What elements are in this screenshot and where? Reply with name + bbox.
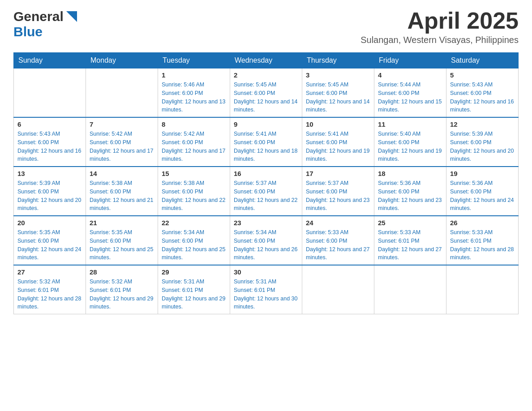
calendar-day-19: 19Sunrise: 5:36 AMSunset: 6:00 PMDayligh… [446, 167, 519, 216]
calendar-day-8: 8Sunrise: 5:42 AMSunset: 6:00 PMDaylight… [158, 117, 230, 167]
day-number: 25 [378, 219, 442, 227]
day-number: 4 [378, 71, 442, 79]
empty-day-cell [446, 265, 519, 314]
day-number: 9 [234, 120, 298, 128]
empty-day-cell [302, 265, 374, 314]
calendar-week-row: 6Sunrise: 5:43 AMSunset: 6:00 PMDaylight… [14, 117, 519, 167]
day-info: Sunrise: 5:37 AMSunset: 6:00 PMDaylight:… [306, 179, 370, 213]
day-info: Sunrise: 5:32 AMSunset: 6:01 PMDaylight:… [17, 278, 82, 311]
col-header-saturday: Saturday [446, 53, 519, 68]
day-number: 29 [162, 268, 226, 276]
day-info: Sunrise: 5:39 AMSunset: 6:00 PMDaylight:… [17, 179, 82, 213]
day-info: Sunrise: 5:43 AMSunset: 6:00 PMDaylight:… [450, 81, 515, 114]
empty-day-cell [86, 68, 158, 118]
day-number: 26 [450, 219, 515, 227]
calendar-day-28: 28Sunrise: 5:32 AMSunset: 6:01 PMDayligh… [86, 265, 158, 314]
day-info: Sunrise: 5:38 AMSunset: 6:00 PMDaylight:… [162, 179, 226, 213]
calendar-day-27: 27Sunrise: 5:32 AMSunset: 6:01 PMDayligh… [14, 265, 86, 314]
title-section: April 2025 Sulangan, Western Visayas, Ph… [360, 9, 519, 45]
day-info: Sunrise: 5:38 AMSunset: 6:00 PMDaylight:… [90, 179, 154, 213]
calendar-day-21: 21Sunrise: 5:35 AMSunset: 6:00 PMDayligh… [86, 216, 158, 265]
calendar-day-9: 9Sunrise: 5:41 AMSunset: 6:00 PMDaylight… [230, 117, 302, 167]
calendar-day-10: 10Sunrise: 5:41 AMSunset: 6:00 PMDayligh… [302, 117, 374, 167]
day-number: 3 [306, 71, 370, 79]
day-info: Sunrise: 5:31 AMSunset: 6:01 PMDaylight:… [162, 278, 226, 311]
calendar-day-30: 30Sunrise: 5:31 AMSunset: 6:01 PMDayligh… [230, 265, 302, 314]
calendar-day-26: 26Sunrise: 5:33 AMSunset: 6:01 PMDayligh… [446, 216, 519, 265]
calendar-week-row: 13Sunrise: 5:39 AMSunset: 6:00 PMDayligh… [14, 167, 519, 216]
day-info: Sunrise: 5:43 AMSunset: 6:00 PMDaylight:… [17, 130, 82, 163]
calendar-day-11: 11Sunrise: 5:40 AMSunset: 6:00 PMDayligh… [374, 117, 446, 167]
day-info: Sunrise: 5:41 AMSunset: 6:00 PMDaylight:… [306, 130, 370, 163]
day-number: 28 [90, 268, 154, 276]
col-header-tuesday: Tuesday [158, 53, 230, 68]
day-number: 2 [234, 71, 298, 79]
calendar-day-23: 23Sunrise: 5:34 AMSunset: 6:00 PMDayligh… [230, 216, 302, 265]
col-header-wednesday: Wednesday [230, 53, 302, 68]
day-number: 11 [378, 120, 442, 128]
calendar-day-22: 22Sunrise: 5:34 AMSunset: 6:00 PMDayligh… [158, 216, 230, 265]
day-info: Sunrise: 5:34 AMSunset: 6:00 PMDaylight:… [234, 228, 298, 262]
day-number: 14 [90, 170, 154, 177]
day-number: 8 [162, 120, 226, 128]
day-number: 15 [162, 170, 226, 177]
calendar-day-7: 7Sunrise: 5:42 AMSunset: 6:00 PMDaylight… [86, 117, 158, 167]
calendar-week-row: 27Sunrise: 5:32 AMSunset: 6:01 PMDayligh… [14, 265, 519, 314]
calendar-week-row: 1Sunrise: 5:46 AMSunset: 6:00 PMDaylight… [14, 68, 519, 118]
calendar-table: SundayMondayTuesdayWednesdayThursdayFrid… [13, 52, 519, 314]
empty-day-cell [14, 68, 86, 118]
day-info: Sunrise: 5:42 AMSunset: 6:00 PMDaylight:… [162, 130, 226, 163]
calendar-week-row: 20Sunrise: 5:35 AMSunset: 6:00 PMDayligh… [14, 216, 519, 265]
col-header-friday: Friday [374, 53, 446, 68]
day-number: 13 [17, 170, 82, 177]
day-number: 1 [162, 71, 226, 79]
calendar-day-14: 14Sunrise: 5:38 AMSunset: 6:00 PMDayligh… [86, 167, 158, 216]
day-number: 18 [378, 170, 442, 177]
day-info: Sunrise: 5:31 AMSunset: 6:01 PMDaylight:… [234, 278, 298, 311]
day-info: Sunrise: 5:36 AMSunset: 6:00 PMDaylight:… [378, 179, 442, 213]
day-info: Sunrise: 5:37 AMSunset: 6:00 PMDaylight:… [234, 179, 298, 213]
location-text: Sulangan, Western Visayas, Philippines [360, 35, 519, 45]
calendar-day-17: 17Sunrise: 5:37 AMSunset: 6:00 PMDayligh… [302, 167, 374, 216]
logo-triangle-icon [64, 9, 79, 24]
day-number: 7 [90, 120, 154, 128]
day-number: 24 [306, 219, 370, 227]
calendar-day-5: 5Sunrise: 5:43 AMSunset: 6:00 PMDaylight… [446, 68, 519, 118]
calendar-day-24: 24Sunrise: 5:33 AMSunset: 6:00 PMDayligh… [302, 216, 374, 265]
day-info: Sunrise: 5:33 AMSunset: 6:01 PMDaylight:… [378, 228, 442, 262]
day-number: 23 [234, 219, 298, 227]
calendar-day-1: 1Sunrise: 5:46 AMSunset: 6:00 PMDaylight… [158, 68, 230, 118]
day-number: 21 [90, 219, 154, 227]
day-info: Sunrise: 5:40 AMSunset: 6:00 PMDaylight:… [378, 130, 442, 163]
calendar-day-2: 2Sunrise: 5:45 AMSunset: 6:00 PMDaylight… [230, 68, 302, 118]
day-number: 10 [306, 120, 370, 128]
calendar-day-20: 20Sunrise: 5:35 AMSunset: 6:00 PMDayligh… [14, 216, 86, 265]
day-number: 27 [17, 268, 82, 276]
calendar-day-16: 16Sunrise: 5:37 AMSunset: 6:00 PMDayligh… [230, 167, 302, 216]
day-number: 5 [450, 71, 515, 79]
calendar-day-25: 25Sunrise: 5:33 AMSunset: 6:01 PMDayligh… [374, 216, 446, 265]
day-number: 30 [234, 268, 298, 276]
col-header-sunday: Sunday [14, 53, 86, 68]
day-number: 20 [17, 219, 82, 227]
logo-blue: Blue [13, 24, 43, 39]
day-info: Sunrise: 5:35 AMSunset: 6:00 PMDaylight:… [17, 228, 82, 262]
day-info: Sunrise: 5:36 AMSunset: 6:00 PMDaylight:… [450, 179, 515, 213]
day-info: Sunrise: 5:39 AMSunset: 6:00 PMDaylight:… [450, 130, 515, 163]
day-info: Sunrise: 5:33 AMSunset: 6:00 PMDaylight:… [306, 228, 370, 262]
logo-general: General [13, 9, 64, 24]
calendar-day-15: 15Sunrise: 5:38 AMSunset: 6:00 PMDayligh… [158, 167, 230, 216]
calendar-day-4: 4Sunrise: 5:44 AMSunset: 6:00 PMDaylight… [374, 68, 446, 118]
day-info: Sunrise: 5:33 AMSunset: 6:01 PMDaylight:… [450, 228, 515, 262]
day-info: Sunrise: 5:45 AMSunset: 6:00 PMDaylight:… [306, 81, 370, 114]
col-header-thursday: Thursday [302, 53, 374, 68]
day-info: Sunrise: 5:44 AMSunset: 6:00 PMDaylight:… [378, 81, 442, 114]
day-number: 22 [162, 219, 226, 227]
day-info: Sunrise: 5:46 AMSunset: 6:00 PMDaylight:… [162, 81, 226, 114]
day-number: 19 [450, 170, 515, 177]
calendar-day-29: 29Sunrise: 5:31 AMSunset: 6:01 PMDayligh… [158, 265, 230, 314]
calendar-day-3: 3Sunrise: 5:45 AMSunset: 6:00 PMDaylight… [302, 68, 374, 118]
day-number: 17 [306, 170, 370, 177]
day-number: 6 [17, 120, 82, 128]
calendar-day-6: 6Sunrise: 5:43 AMSunset: 6:00 PMDaylight… [14, 117, 86, 167]
